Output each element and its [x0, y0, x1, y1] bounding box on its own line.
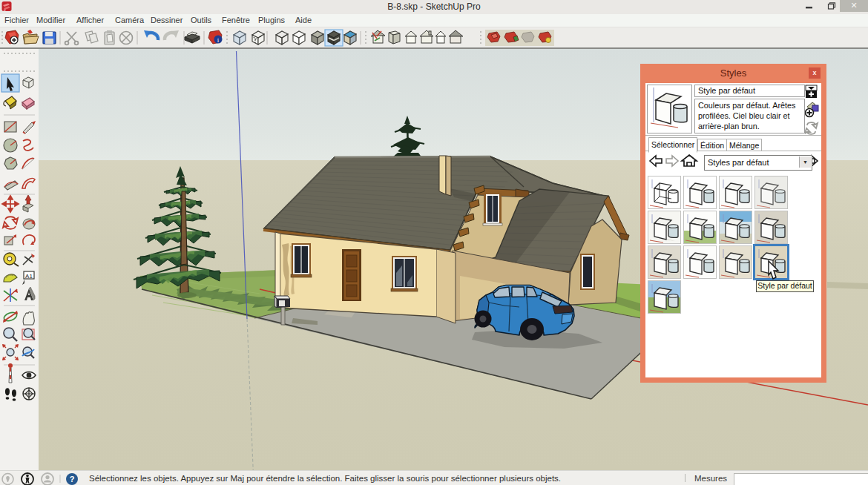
svg-text:?: ? — [70, 475, 75, 484]
svg-text:A1: A1 — [25, 273, 33, 280]
